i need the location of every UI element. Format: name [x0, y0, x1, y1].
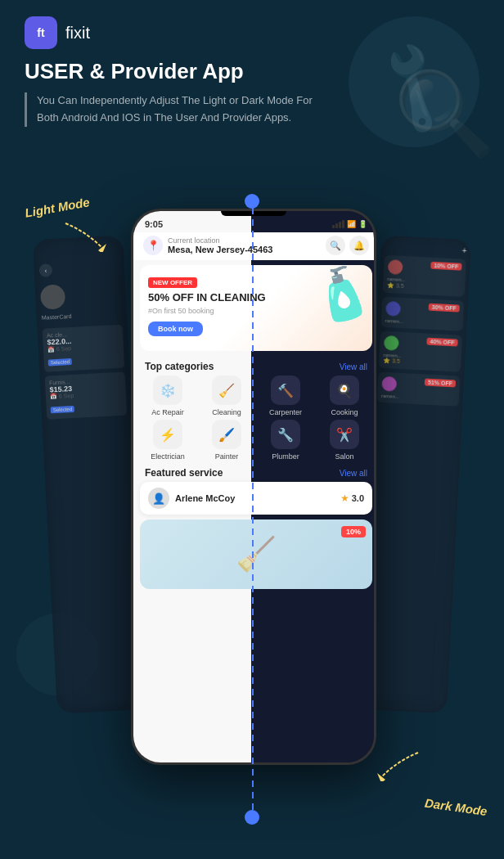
categories-title: Top categories: [145, 361, 214, 372]
categories-view-all[interactable]: View all: [340, 362, 367, 371]
service-image-card: 10% 🧹: [140, 519, 372, 589]
dark-mode-label: Dark Mode: [425, 796, 488, 819]
categories-header: Top categories View all: [133, 356, 376, 376]
logo-icon: ft: [25, 16, 57, 49]
category-item-carpenter[interactable]: 🔨 Carpenter: [258, 376, 313, 416]
painter-icon: 🖌️: [212, 420, 241, 449]
current-location-label: Current location: [168, 236, 272, 245]
cooking-icon: 🍳: [330, 376, 359, 405]
category-item-plumber[interactable]: 🔧 Plumber: [258, 420, 313, 461]
discount-badge-2: 30% OFF: [429, 304, 460, 313]
spray-bottle-icon: 🧴: [304, 265, 372, 330]
book-now-button[interactable]: Book now: [148, 322, 203, 336]
page-title: USER & Provider App: [25, 59, 479, 84]
location-city: Mesa, New Jersey-45463: [168, 245, 272, 254]
salon-label: Salon: [335, 452, 353, 461]
category-item-painter[interactable]: 🖌️ Painter: [199, 420, 254, 461]
header: ft fixit USER & Provider App You Can Ind…: [0, 0, 504, 135]
featured-avatar: 👤: [148, 488, 169, 509]
split-dot-bottom: [245, 810, 259, 825]
electrician-label: Electrician: [151, 452, 185, 461]
featured-rating: 3.0: [352, 493, 364, 503]
carpenter-label: Carpenter: [269, 408, 302, 416]
new-offer-badge: NEW OFFER: [148, 277, 197, 288]
discount-badge-3: 40% OFF: [426, 338, 457, 347]
cleaning-icon: 🧹: [212, 376, 241, 405]
category-item-cooking[interactable]: 🍳 Cooking: [317, 376, 372, 416]
light-mode-arrow: [61, 219, 110, 252]
rating-star-icon: ★: [340, 492, 349, 504]
light-mode-label: Light Mode: [24, 195, 91, 220]
service-discount-badge: 10%: [341, 526, 366, 537]
category-item-cleaning[interactable]: 🧹 Cleaning: [199, 376, 254, 416]
featured-card[interactable]: 👤 Arlene McCoy ★ 3.0: [140, 482, 372, 515]
salon-icon: ✂️: [330, 420, 359, 449]
discount-badge-4: 51% OFF: [425, 379, 456, 388]
cooking-label: Cooking: [331, 408, 358, 416]
categories-row-1: ❄️ Ac Repair 🧹 Cleaning 🔨 Carpenter 🍳 Co…: [133, 376, 376, 416]
featured-title: Featured service: [145, 467, 223, 479]
notification-icon[interactable]: 🔔: [349, 236, 369, 255]
featured-view-all[interactable]: View all: [340, 469, 367, 478]
ac-repair-icon: ❄️: [153, 376, 182, 405]
phone-frame: 9:05 📶 🔋 📍 C: [131, 209, 376, 765]
split-dot-top: [245, 194, 259, 209]
carpenter-icon: 🔨: [271, 376, 300, 405]
logo-row: ft fixit: [25, 16, 479, 49]
app-name: fixit: [65, 24, 90, 43]
cleaning-label: Cleaning: [212, 408, 241, 416]
category-item-salon[interactable]: ✂️ Salon: [317, 420, 372, 461]
search-icon[interactable]: 🔍: [326, 236, 345, 255]
ac-repair-label: Ac Repair: [151, 408, 184, 416]
service-image-placeholder: 🧹: [236, 535, 277, 573]
promo-banner: NEW OFFER 50% OFF IN CLEANING #On first …: [140, 265, 372, 351]
categories-row-2: ⚡ Electrician 🖌️ Painter 🔧 Plumber ✂️ Sa…: [133, 420, 376, 461]
split-line: [252, 196, 254, 818]
dark-mode-arrow: [373, 749, 422, 781]
status-time: 9:05: [145, 219, 163, 229]
category-item-electrician[interactable]: ⚡ Electrician: [140, 420, 196, 461]
featured-header: Featured service View all: [133, 461, 376, 482]
discount-badge-1: 10% OFF: [430, 262, 461, 271]
phone-screen-content: 9:05 📶 🔋 📍 C: [133, 211, 376, 765]
location-row: 📍 Current location Mesa, New Jersey-4546…: [133, 232, 376, 260]
category-item-ac-repair[interactable]: ❄️ Ac Repair: [140, 376, 196, 416]
electrician-icon: ⚡: [153, 420, 182, 449]
painter-label: Painter: [215, 452, 239, 461]
plumber-icon: 🔧: [271, 420, 300, 449]
phone-notch: [221, 211, 286, 216]
featured-person-name: Arlene McCoy: [175, 493, 235, 503]
app-description: You Can Independently Adjust The Light o…: [25, 92, 335, 127]
phone-mockup: 9:05 📶 🔋 📍 C: [131, 209, 376, 765]
plumber-label: Plumber: [272, 452, 299, 461]
